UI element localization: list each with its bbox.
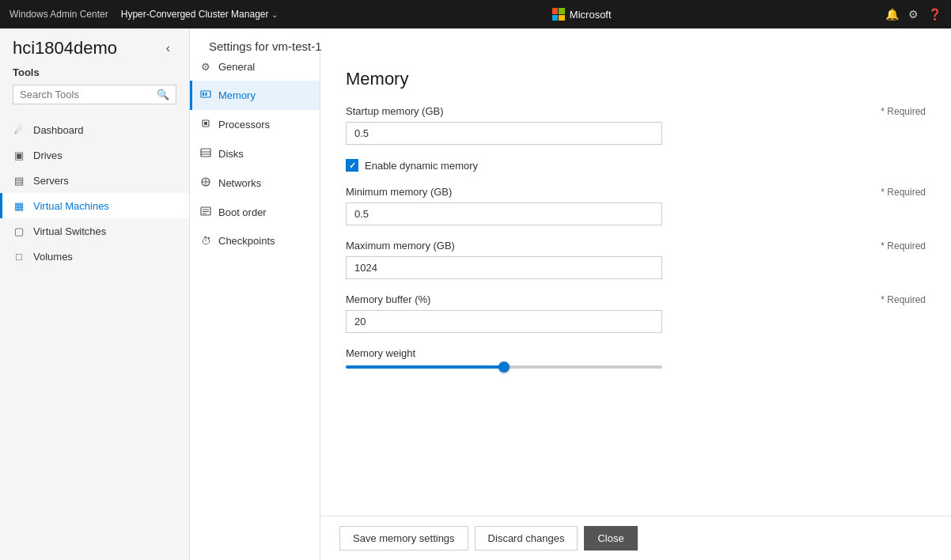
- discard-button[interactable]: Discard changes: [475, 526, 578, 551]
- sub-nav-disks[interactable]: Disks: [190, 139, 320, 168]
- dashboard-icon: ☄: [13, 123, 25, 136]
- memory-icon: [199, 89, 212, 102]
- nav-label-volumes: Volumes: [33, 251, 73, 263]
- ms-logo-squares: [552, 8, 565, 21]
- startup-memory-input[interactable]: [346, 122, 662, 145]
- collapse-icon[interactable]: ‹: [166, 41, 170, 55]
- general-icon: ⚙: [199, 61, 212, 73]
- minimum-memory-group: Minimum memory (GB) * Required: [346, 186, 926, 225]
- main-layout: hci1804demo ‹ Tools 🔍 ☄ Dashboard ▣ Driv…: [0, 28, 951, 560]
- nav-list: ☄ Dashboard ▣ Drives ▤ Servers ▦ Virtual…: [0, 117, 189, 269]
- svg-rect-1: [203, 93, 204, 96]
- memory-buffer-group: Memory buffer (%) * Required: [346, 293, 926, 333]
- sub-nav-label-networks: Networks: [218, 177, 261, 189]
- startup-memory-required: * Required: [881, 106, 926, 117]
- ms-logo-red: [552, 8, 559, 14]
- memory-weight-label-row: Memory weight: [346, 347, 926, 359]
- sub-nav-label-disks: Disks: [218, 148, 244, 160]
- maximum-memory-required: * Required: [881, 240, 926, 252]
- volumes-icon: □: [13, 250, 25, 263]
- svg-rect-5: [201, 149, 210, 157]
- sub-nav-label-checkpoints: Checkpoints: [218, 235, 275, 247]
- ms-logo-blue: [552, 15, 559, 21]
- memory-buffer-label-row: Memory buffer (%) * Required: [346, 293, 926, 305]
- sub-nav-general[interactable]: ⚙ General: [190, 53, 320, 81]
- settings-panel: Memory Startup memory (GB) * Required En…: [320, 53, 951, 516]
- sidebar-header-row: hci1804demo ‹: [13, 38, 176, 66]
- minimum-memory-input[interactable]: [346, 202, 662, 225]
- microsoft-logo: Microsoft: [552, 8, 612, 21]
- help-icon[interactable]: ❓: [928, 8, 942, 21]
- maximum-memory-input[interactable]: [346, 256, 662, 279]
- sub-nav-memory[interactable]: Memory: [190, 81, 320, 110]
- maximum-memory-label-row: Maximum memory (GB) * Required: [346, 240, 926, 252]
- microsoft-label: Microsoft: [570, 9, 612, 21]
- sidebar-item-volumes[interactable]: □ Volumes: [0, 244, 189, 269]
- svg-rect-2: [206, 93, 207, 96]
- topbar-center: Microsoft: [278, 8, 885, 21]
- sidebar-item-drives[interactable]: ▣ Drives: [0, 142, 189, 168]
- ms-logo-yellow: [559, 15, 565, 21]
- sidebar-item-virtual-switches[interactable]: ▢ Virtual Switches: [0, 218, 189, 244]
- cluster-manager: Hyper-Converged Cluster Manager ⌄: [121, 9, 278, 20]
- svg-rect-4: [204, 122, 207, 125]
- drives-icon: ▣: [13, 149, 25, 161]
- minimum-memory-label: Minimum memory (GB): [346, 186, 452, 198]
- sidebar-item-servers[interactable]: ▤ Servers: [0, 168, 189, 193]
- memory-weight-group: Memory weight: [346, 347, 926, 369]
- sidebar-item-virtual-machines[interactable]: ▦ Virtual Machines: [0, 193, 189, 218]
- sub-nav-boot-order[interactable]: Boot order: [190, 198, 320, 227]
- gear-icon[interactable]: ⚙: [908, 8, 919, 21]
- sidebar-header: hci1804demo ‹ Tools 🔍: [0, 28, 189, 117]
- memory-weight-label: Memory weight: [346, 347, 415, 359]
- maximum-memory-group: Maximum memory (GB) * Required: [346, 240, 926, 279]
- maximum-memory-label: Maximum memory (GB): [346, 240, 455, 252]
- save-button[interactable]: Save memory settings: [339, 526, 468, 551]
- topbar: Windows Admin Center Hyper-Converged Clu…: [0, 0, 951, 28]
- sub-nav-networks[interactable]: Networks: [190, 168, 320, 198]
- networks-icon: [199, 176, 212, 190]
- virtual-switches-icon: ▢: [13, 225, 25, 237]
- nav-label-drives: Drives: [33, 149, 63, 161]
- minimum-memory-label-row: Minimum memory (GB) * Required: [346, 186, 926, 198]
- sub-nav-label-boot-order: Boot order: [218, 206, 267, 218]
- sub-nav-processors[interactable]: Processors: [190, 110, 320, 139]
- memory-weight-slider-container: [346, 365, 662, 369]
- sub-nav-checkpoints[interactable]: ⏱ Checkpoints: [190, 227, 320, 255]
- sub-nav-label-memory: Memory: [218, 89, 256, 101]
- virtual-machines-icon: ▦: [13, 199, 25, 212]
- enable-dynamic-memory-checkbox[interactable]: [346, 159, 358, 172]
- search-input[interactable]: [20, 89, 157, 100]
- enable-dynamic-memory-row: Enable dynamic memory: [346, 159, 926, 172]
- search-box: 🔍: [13, 85, 176, 104]
- sub-nav-label-processors: Processors: [218, 119, 270, 131]
- startup-memory-group: Startup memory (GB) * Required: [346, 105, 926, 145]
- memory-buffer-required: * Required: [881, 294, 926, 305]
- disks-icon: [199, 147, 212, 161]
- nav-label-virtual-switches: Virtual Switches: [33, 225, 106, 237]
- slider-thumb[interactable]: [498, 361, 510, 373]
- notification-icon[interactable]: 🔔: [885, 8, 899, 21]
- startup-memory-label-row: Startup memory (GB) * Required: [346, 105, 926, 117]
- minimum-memory-required: * Required: [881, 187, 926, 198]
- sidebar-item-dashboard[interactable]: ☄ Dashboard: [0, 117, 189, 142]
- content-area: Settings for vm-test-1 ⚙ General: [190, 28, 951, 560]
- nav-label-virtual-machines: Virtual Machines: [33, 200, 109, 212]
- slider-track: [346, 365, 662, 369]
- settings-page-title: Settings for vm-test-1: [209, 40, 322, 53]
- checkpoints-icon: ⏱: [199, 235, 212, 247]
- memory-section-title: Memory: [346, 69, 926, 89]
- settings-full: ⚙ General Memory: [190, 53, 951, 560]
- close-button[interactable]: Close: [584, 526, 637, 551]
- memory-buffer-label: Memory buffer (%): [346, 293, 430, 305]
- tools-label: Tools: [13, 66, 176, 78]
- enable-dynamic-memory-label: Enable dynamic memory: [365, 160, 478, 172]
- app-name: Windows Admin Center: [9, 9, 108, 20]
- cluster-manager-label: Hyper-Converged Cluster Manager: [121, 9, 269, 20]
- sidebar-title: hci1804demo: [13, 38, 117, 59]
- memory-buffer-input[interactable]: [346, 310, 662, 333]
- chevron-down-icon[interactable]: ⌄: [271, 10, 278, 19]
- settings-page-header: Settings for vm-test-1: [190, 28, 951, 53]
- startup-memory-label: Startup memory (GB): [346, 105, 444, 117]
- sub-nav: ⚙ General Memory: [190, 53, 320, 560]
